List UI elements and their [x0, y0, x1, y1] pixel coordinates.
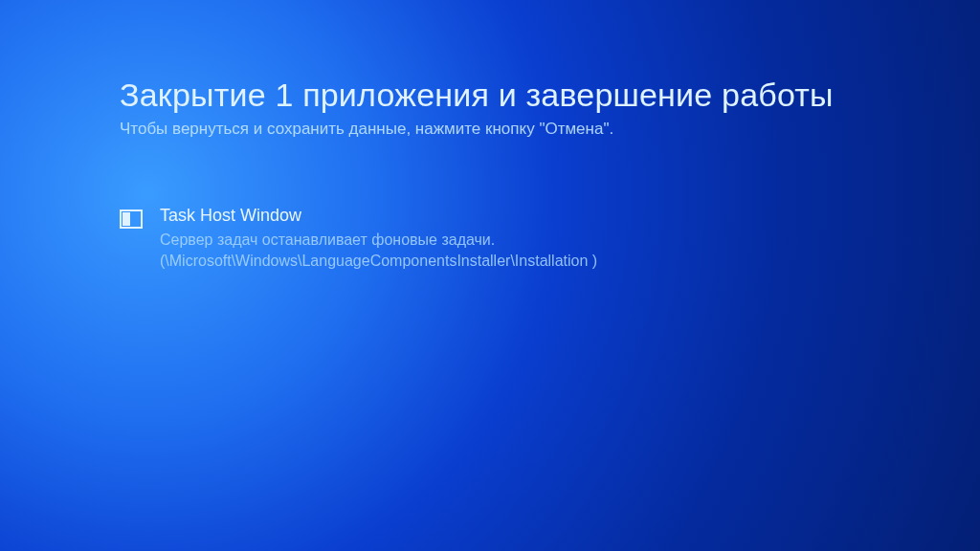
page-title: Закрытие 1 приложения и завершение работ… — [120, 77, 980, 114]
page-subtitle: Чтобы вернуться и сохранить данные, нажм… — [120, 120, 980, 139]
shutdown-screen: Закрытие 1 приложения и завершение работ… — [0, 0, 980, 551]
app-text-block: Task Host Window Сервер задач останавлив… — [160, 206, 772, 271]
app-window-icon — [120, 208, 143, 231]
app-item: Task Host Window Сервер задач останавлив… — [120, 206, 809, 271]
header-block: Закрытие 1 приложения и завершение работ… — [120, 77, 980, 139]
app-list: Task Host Window Сервер задач останавлив… — [120, 206, 980, 271]
app-name: Task Host Window — [160, 206, 772, 226]
svg-rect-1 — [122, 212, 130, 226]
app-description: Сервер задач останавливает фоновые задач… — [160, 230, 772, 271]
